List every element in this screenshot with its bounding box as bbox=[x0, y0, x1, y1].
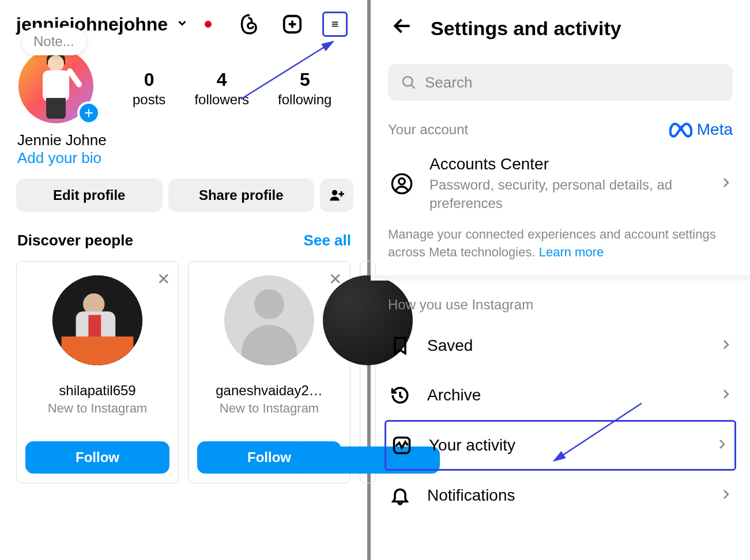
svg-point-19 bbox=[399, 179, 405, 185]
follow-label: Follow bbox=[76, 449, 119, 466]
profile-screen: jenniejohnejohne bbox=[0, 0, 367, 560]
notifications-label: Notifications bbox=[427, 486, 704, 505]
follow-label: Follow bbox=[247, 449, 291, 466]
discover-people-carousel[interactable]: ✕ shilapatil659 New to Instagram Follow bbox=[0, 255, 367, 483]
chevron-right-icon bbox=[715, 436, 731, 455]
archive-icon bbox=[388, 383, 412, 407]
person-circle-icon bbox=[388, 170, 416, 198]
svg-point-16 bbox=[403, 77, 412, 86]
bookmark-icon bbox=[388, 334, 412, 358]
svg-rect-13 bbox=[62, 336, 134, 365]
person-username: ganeshvaiday2… bbox=[216, 383, 322, 399]
your-activity-highlight: Your activity bbox=[385, 420, 736, 471]
settings-screen: Settings and activity Search Your accoun… bbox=[371, 0, 750, 560]
edit-profile-label: Edit profile bbox=[53, 187, 125, 203]
posts-label: posts bbox=[133, 92, 165, 108]
search-placeholder: Search bbox=[425, 74, 472, 92]
posts-stat[interactable]: 0 posts bbox=[133, 69, 165, 108]
activity-icon bbox=[390, 433, 414, 457]
bell-icon bbox=[388, 483, 412, 508]
meta-label: Meta bbox=[697, 120, 733, 139]
person-username: shilapatil659 bbox=[59, 383, 135, 399]
menu-hamburger-icon[interactable] bbox=[322, 12, 348, 37]
followers-count: 4 bbox=[194, 69, 249, 90]
follow-button[interactable]: Follow bbox=[25, 441, 169, 474]
discover-people-toggle-icon[interactable] bbox=[320, 179, 353, 212]
chevron-right-icon bbox=[719, 486, 733, 505]
avatar-3d-figure-icon bbox=[36, 55, 76, 119]
person-subtitle: New to Instagram bbox=[220, 401, 319, 416]
svg-line-17 bbox=[412, 85, 415, 89]
close-icon[interactable]: ✕ bbox=[157, 270, 170, 289]
person-card: ✕ shilapatil659 New to Instagram Follow bbox=[16, 261, 179, 483]
followers-stat[interactable]: 4 followers bbox=[194, 69, 249, 108]
discover-people-heading: Discover people bbox=[17, 232, 133, 249]
chevron-down-icon bbox=[176, 17, 189, 32]
meta-brand: Meta bbox=[669, 120, 733, 139]
saved-row[interactable]: Saved bbox=[371, 321, 750, 370]
following-count: 5 bbox=[278, 69, 331, 90]
create-post-icon[interactable] bbox=[280, 12, 305, 37]
accounts-center-title: Accounts Center bbox=[429, 155, 705, 173]
chevron-right-icon bbox=[719, 385, 733, 405]
note-placeholder: Note... bbox=[33, 33, 74, 49]
add-bio-link[interactable]: Add your bio bbox=[17, 149, 367, 167]
see-all-link[interactable]: See all bbox=[304, 232, 351, 249]
settings-title: Settings and activity bbox=[431, 17, 621, 40]
followers-label: followers bbox=[194, 92, 249, 108]
search-input[interactable]: Search bbox=[388, 64, 733, 101]
your-activity-row[interactable]: Your activity bbox=[390, 431, 731, 460]
accounts-center-row[interactable]: Accounts Center Password, security, pers… bbox=[371, 147, 750, 219]
notification-dot-icon bbox=[205, 21, 212, 28]
chevron-right-icon bbox=[719, 174, 733, 194]
archive-label: Archive bbox=[427, 386, 704, 404]
person-avatar[interactable] bbox=[52, 275, 142, 365]
share-profile-label: Share profile bbox=[199, 187, 284, 203]
accounts-center-info: Manage your connected experiences and ac… bbox=[371, 219, 750, 275]
usage-section-label: How you use Instagram bbox=[388, 297, 533, 313]
chevron-right-icon bbox=[719, 336, 733, 355]
search-icon bbox=[401, 74, 417, 90]
accounts-center-subtitle: Password, security, personal details, ad… bbox=[429, 176, 705, 213]
note-bubble[interactable]: Note... bbox=[22, 28, 86, 55]
meta-logo-icon bbox=[669, 122, 692, 138]
edit-profile-button[interactable]: Edit profile bbox=[16, 179, 163, 212]
section-divider bbox=[371, 275, 750, 281]
back-arrow-icon[interactable] bbox=[391, 15, 413, 42]
your-activity-label: Your activity bbox=[429, 436, 700, 455]
threads-icon[interactable] bbox=[237, 12, 262, 37]
your-account-label: Your account bbox=[388, 122, 468, 138]
notifications-row[interactable]: Notifications bbox=[371, 471, 750, 520]
svg-point-6 bbox=[332, 190, 337, 195]
add-story-plus-icon[interactable]: + bbox=[77, 101, 100, 124]
person-subtitle: New to Instagram bbox=[48, 401, 147, 416]
following-stat[interactable]: 5 following bbox=[278, 69, 331, 108]
posts-count: 0 bbox=[133, 69, 165, 90]
saved-label: Saved bbox=[427, 336, 704, 355]
display-name: Jennie Johne bbox=[17, 131, 367, 149]
following-label: following bbox=[278, 92, 331, 108]
person-avatar[interactable] bbox=[224, 275, 314, 365]
archive-row[interactable]: Archive bbox=[371, 370, 750, 420]
learn-more-link[interactable]: Learn more bbox=[539, 245, 604, 259]
share-profile-button[interactable]: Share profile bbox=[168, 179, 315, 212]
